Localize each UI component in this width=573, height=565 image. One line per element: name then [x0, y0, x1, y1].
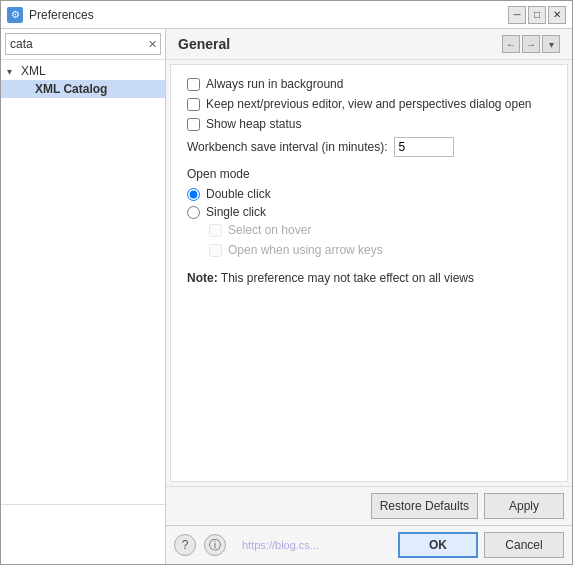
bottom-bar: ? ⓘ https://blog.cs... OK Cancel [166, 525, 572, 564]
keep-dialog-open-checkbox[interactable] [187, 98, 200, 111]
title-bar-left: ⚙ Preferences [7, 7, 94, 23]
open-mode-label: Open mode [187, 167, 551, 181]
double-click-row: Double click [187, 187, 551, 201]
always-run-background-row: Always run in background [187, 77, 551, 91]
tree-item-xml-catalog[interactable]: XML Catalog [1, 80, 165, 98]
panel-content: Always run in background Keep next/previ… [170, 64, 568, 482]
apply-button[interactable]: Apply [484, 493, 564, 519]
double-click-radio[interactable] [187, 188, 200, 201]
single-click-row: Single click [187, 205, 551, 219]
always-run-background-checkbox[interactable] [187, 78, 200, 91]
tree-arrow-xml: ▾ [7, 66, 17, 77]
title-controls: ─ □ ✕ [508, 6, 566, 24]
single-click-radio[interactable] [187, 206, 200, 219]
keep-dialog-open-label[interactable]: Keep next/previous editor, view and pers… [206, 97, 532, 111]
ok-button[interactable]: OK [398, 532, 478, 558]
main-content: ✕ ▾ XML XML Catalog General ← [1, 29, 572, 564]
title-bar: ⚙ Preferences ─ □ ✕ [1, 1, 572, 29]
maximize-button[interactable]: □ [528, 6, 546, 24]
tree-label-xml: XML [21, 64, 46, 78]
panel-title: General [178, 36, 230, 52]
action-buttons-row: Restore Defaults Apply [166, 486, 572, 525]
nav-forward-button[interactable]: → [522, 35, 540, 53]
search-input[interactable] [5, 33, 161, 55]
select-on-hover-checkbox[interactable] [209, 224, 222, 237]
search-clear-icon[interactable]: ✕ [148, 38, 157, 51]
window-title: Preferences [29, 8, 94, 22]
always-run-background-label[interactable]: Always run in background [206, 77, 343, 91]
indent-options: Select on hover Open when using arrow ke… [187, 223, 551, 257]
show-heap-status-checkbox[interactable] [187, 118, 200, 131]
main-panel: General ← → ▾ Always run in background [166, 29, 572, 525]
panel-nav: ← → ▾ [502, 35, 560, 53]
nav-back-button[interactable]: ← [502, 35, 520, 53]
restore-defaults-button[interactable]: Restore Defaults [371, 493, 478, 519]
panel-wrapper: General ← → ▾ Always run in background [166, 29, 572, 564]
close-button[interactable]: ✕ [548, 6, 566, 24]
workbench-save-label: Workbench save interval (in minutes): [187, 140, 388, 154]
tree-label-xml-catalog: XML Catalog [35, 82, 107, 96]
window-icon: ⚙ [7, 7, 23, 23]
cancel-button[interactable]: Cancel [484, 532, 564, 558]
show-heap-status-label[interactable]: Show heap status [206, 117, 301, 131]
nav-dropdown-button[interactable]: ▾ [542, 35, 560, 53]
info-button[interactable]: ⓘ [204, 534, 226, 556]
open-arrow-keys-checkbox[interactable] [209, 244, 222, 257]
minimize-button[interactable]: ─ [508, 6, 526, 24]
search-box: ✕ [1, 29, 165, 60]
help-button[interactable]: ? [174, 534, 196, 556]
select-on-hover-row: Select on hover [209, 223, 551, 237]
select-on-hover-label: Select on hover [228, 223, 311, 237]
preferences-window: ⚙ Preferences ─ □ ✕ ✕ ▾ XML [0, 0, 573, 565]
note-text: Note: This preference may not take effec… [187, 271, 551, 285]
sidebar: ✕ ▾ XML XML Catalog [1, 29, 166, 564]
note-bold: Note: [187, 271, 218, 285]
watermark-text: https://blog.cs... [234, 539, 319, 551]
tree-item-xml[interactable]: ▾ XML [1, 62, 165, 80]
show-heap-status-row: Show heap status [187, 117, 551, 131]
single-click-label[interactable]: Single click [206, 205, 266, 219]
keep-dialog-open-row: Keep next/previous editor, view and pers… [187, 97, 551, 111]
bottom-right: OK Cancel [398, 532, 564, 558]
tree-area: ▾ XML XML Catalog [1, 60, 165, 504]
workbench-save-row: Workbench save interval (in minutes): [187, 137, 551, 157]
double-click-label[interactable]: Double click [206, 187, 271, 201]
bottom-left: ? ⓘ https://blog.cs... [174, 534, 319, 556]
workbench-save-input[interactable] [394, 137, 454, 157]
panel-header: General ← → ▾ [166, 29, 572, 60]
open-arrow-keys-label: Open when using arrow keys [228, 243, 383, 257]
sidebar-bottom [1, 504, 165, 564]
open-arrow-keys-row: Open when using arrow keys [209, 243, 551, 257]
note-content: This preference may not take effect on a… [221, 271, 474, 285]
